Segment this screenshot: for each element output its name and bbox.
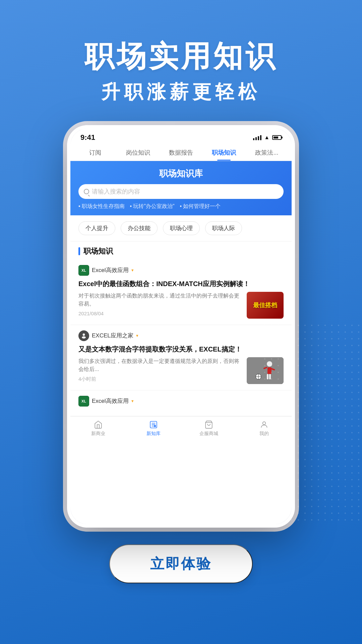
thumb-text-1: 最佳搭档	[253, 301, 277, 309]
bottom-nav-shop-label: 企服商城	[199, 431, 218, 437]
wifi-icon: ▲	[264, 135, 269, 141]
article-thumb-2	[247, 357, 284, 384]
author-name-1: Excel高效应用	[92, 266, 129, 274]
search-placeholder: 请输入搜索的内容	[92, 187, 140, 196]
phone-notch	[151, 128, 211, 139]
bottom-nav-mine-label: 我的	[259, 431, 269, 437]
bottom-nav-knowledge[interactable]: 新知库	[126, 420, 181, 437]
article-author-2: EXCEL应用之家 ▾	[78, 330, 284, 341]
bottom-nav-home-label: 新商业	[91, 431, 105, 437]
svg-point-16	[154, 425, 156, 427]
category-pills: 个人提升 办公技能 职场心理 职场人际	[70, 215, 292, 241]
svg-point-0	[83, 333, 85, 336]
article-excerpt-2: 我们多次强调过，在数据录入是一定要遵循规范录入的原则，否则将会给后...	[78, 357, 242, 373]
search-bar[interactable]: 请输入搜索的内容	[78, 184, 284, 199]
article-card-2[interactable]: EXCEL应用之家 ▾ 又是文本数字混合字符提取数字没关系，EXCEL搞定！ 我…	[70, 325, 292, 390]
article-body-2: 我们多次强调过，在数据录入是一定要遵循规范录入的原则，否则将会给后... 4小时…	[78, 357, 284, 384]
tab-policy[interactable]: 政策法...	[245, 145, 288, 161]
bottom-nav-shop[interactable]: 企服商城	[181, 420, 236, 437]
book-icon	[149, 420, 158, 429]
bottom-nav: 新商业 新知库	[70, 416, 292, 443]
svg-point-3	[267, 361, 272, 367]
page-wrapper: 职场实用知识 升职涨薪更轻松 9:41 ▲ 订阅	[0, 0, 362, 644]
article-author-3: XL Excel高效应用 ▾	[78, 396, 284, 407]
search-icon	[84, 189, 89, 194]
pill-social[interactable]: 职场人际	[205, 221, 242, 235]
article-title-2: 又是文本数字混合字符提取数字没关系，EXCEL搞定！	[78, 344, 284, 354]
article-author-1: XL Excel高效应用 ▾	[78, 265, 284, 276]
article-date-2: 4小时前	[78, 376, 242, 382]
article-thumb-1: 最佳搭档	[247, 292, 284, 319]
author-avatar-1: XL	[78, 265, 89, 276]
article-body-1: 对于初次接触这两个函数的朋友来说，通过生活中的例子去理解会更容易。 2021/0…	[78, 292, 284, 319]
article-card-1[interactable]: XL Excel高效应用 ▾ Excel中的最佳函数组合：INDEX-MATCH…	[70, 260, 292, 325]
pill-office[interactable]: 办公技能	[121, 221, 158, 235]
tag-item: 如何管理好一个	[180, 203, 221, 210]
svg-rect-5	[267, 374, 268, 379]
tab-gangwei[interactable]: 岗位知识	[117, 145, 160, 161]
tag-item: 职场女性生存指南	[78, 203, 125, 210]
phone-mockup: 9:41 ▲ 订阅 岗位知识 数据报告 职场知识 政策法...	[67, 125, 295, 528]
status-time: 9:41	[80, 133, 95, 142]
sub-title: 升职涨薪更轻松	[84, 79, 278, 105]
vip-badge-3: ▾	[131, 398, 134, 404]
article-text-2: 我们多次强调过，在数据录入是一定要遵循规范录入的原则，否则将会给后... 4小时…	[78, 357, 242, 382]
nav-tabs: 订阅 岗位知识 数据报告 职场知识 政策法...	[70, 145, 292, 161]
tab-zhichang[interactable]: 职场知识	[202, 145, 245, 161]
article-text-1: 对于初次接触这两个函数的朋友来说，通过生活中的例子去理解会更容易。 2021/0…	[78, 292, 242, 316]
tags-row: 职场女性生存指南 玩转"办公室政治" 如何管理好一个	[78, 203, 284, 210]
section-header: 职场知识	[70, 241, 292, 260]
author-name-3: Excel高效应用	[92, 397, 129, 405]
battery-icon	[272, 135, 282, 140]
header-section: 职场实用知识 升职涨薪更轻松	[84, 0, 278, 105]
bottom-nav-home[interactable]: 新商业	[70, 420, 126, 437]
cta-button[interactable]: 立即体验	[109, 544, 253, 583]
signal-bars-icon	[253, 135, 261, 140]
user-icon	[259, 420, 269, 429]
article-excerpt-1: 对于初次接触这两个函数的朋友来说，通过生活中的例子去理解会更容易。	[78, 292, 242, 308]
section-title: 职场知识	[83, 246, 113, 256]
svg-rect-6	[269, 374, 271, 379]
article-date-1: 2021/08/04	[78, 311, 242, 316]
pill-personal[interactable]: 个人提升	[78, 221, 115, 235]
pill-mental[interactable]: 职场心理	[163, 221, 200, 235]
author-avatar-2	[78, 330, 89, 341]
phone-screen: 9:41 ▲ 订阅 岗位知识 数据报告 职场知识 政策法...	[70, 128, 292, 524]
main-title: 职场实用知识	[84, 40, 278, 73]
screen-header: 职场知识库 请输入搜索的内容 职场女性生存指南 玩转"办公室政治" 如何管理好一…	[70, 161, 292, 215]
home-icon	[94, 420, 103, 429]
svg-rect-4	[267, 367, 272, 374]
tab-diyue[interactable]: 订阅	[74, 145, 117, 161]
article-card-3[interactable]: XL Excel高效应用 ▾	[70, 390, 292, 416]
bottom-nav-knowledge-label: 新知库	[146, 431, 161, 437]
shop-icon	[204, 420, 214, 429]
vip-badge-2: ▾	[136, 333, 138, 338]
vip-badge-1: ▾	[131, 268, 134, 273]
author-avatar-3: XL	[78, 396, 89, 407]
svg-rect-2	[247, 357, 284, 384]
screen-header-title: 职场知识库	[78, 168, 284, 179]
svg-point-1	[82, 336, 86, 338]
tag-item: 玩转"办公室政治"	[130, 203, 175, 210]
bottom-nav-mine[interactable]: 我的	[236, 420, 292, 437]
cta-section: 立即体验	[109, 544, 253, 583]
tab-data[interactable]: 数据报告	[160, 145, 202, 161]
article-title-1: Excel中的最佳函数组合：INDEX-MATCH应用实例解读！	[78, 279, 284, 288]
section-bar	[78, 247, 80, 255]
author-name-2: EXCEL应用之家	[92, 332, 133, 339]
svg-point-18	[262, 422, 265, 425]
status-icons: ▲	[253, 135, 282, 141]
